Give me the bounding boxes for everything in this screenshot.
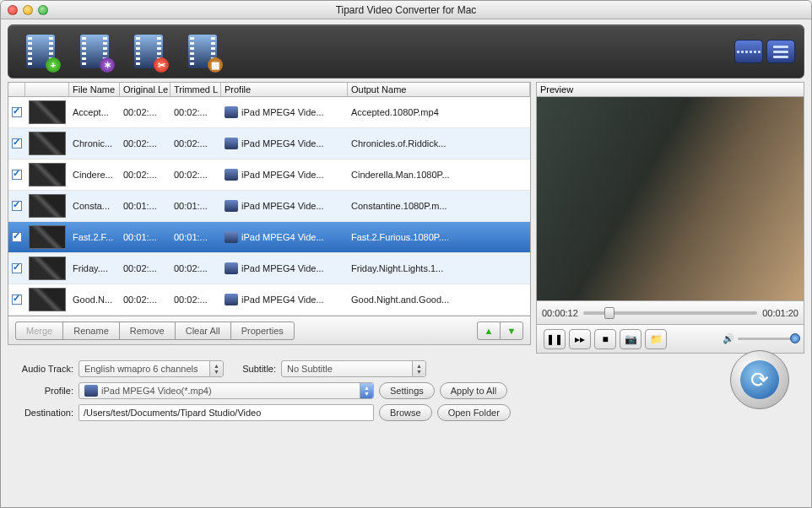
table-row[interactable]: Chronic...00:02:...00:02:...iPad MPEG4 V… bbox=[8, 128, 530, 159]
settings-button[interactable]: Settings bbox=[379, 382, 435, 399]
time-bar: 00:00:12 00:01:20 bbox=[536, 301, 804, 325]
cell-filename: Friday.... bbox=[69, 263, 120, 273]
stop-button[interactable]: ■ bbox=[594, 329, 616, 349]
audio-track-select[interactable]: English wmapro 6 channels▲▼ bbox=[78, 360, 224, 377]
preview-header: Preview bbox=[536, 82, 804, 97]
preview-viewport bbox=[536, 97, 804, 301]
add-file-button[interactable]: + bbox=[17, 32, 64, 71]
thumbnail bbox=[29, 288, 66, 311]
col-filename[interactable]: File Name bbox=[69, 83, 120, 96]
list-controls: Merge Rename Remove Clear All Properties… bbox=[8, 316, 531, 345]
row-checkbox[interactable] bbox=[12, 107, 22, 117]
thumbnail bbox=[29, 163, 66, 186]
current-time: 00:00:12 bbox=[542, 308, 578, 318]
cell-profile: iPad MPEG4 Vide... bbox=[221, 169, 348, 181]
col-output-name[interactable]: Output Name bbox=[348, 83, 530, 96]
thumbnail bbox=[29, 100, 66, 124]
cell-profile: iPad MPEG4 Vide... bbox=[221, 138, 348, 149]
cell-trimmed-length: 00:01:... bbox=[171, 201, 221, 211]
cell-output-name: Constantine.1080P.m... bbox=[348, 201, 530, 211]
table-row[interactable]: Good.N...00:02:...00:02:...iPad MPEG4 Vi… bbox=[8, 284, 530, 316]
subtitle-label: Subtitle: bbox=[229, 364, 276, 374]
view-thumb-button[interactable] bbox=[734, 40, 763, 63]
row-checkbox[interactable] bbox=[12, 263, 22, 273]
thumbnail bbox=[29, 132, 66, 155]
cell-original-length: 00:02:... bbox=[120, 295, 171, 305]
row-checkbox[interactable] bbox=[12, 295, 22, 305]
audio-track-label: Audio Track: bbox=[8, 364, 73, 374]
profile-select[interactable]: iPad MPEG4 Video(*.mp4)▲▼ bbox=[78, 382, 374, 399]
col-original-length[interactable]: Original Le bbox=[120, 83, 171, 96]
file-list[interactable]: Accept...00:02:...00:02:...iPad MPEG4 Vi… bbox=[8, 97, 531, 316]
cell-trimmed-length: 00:02:... bbox=[171, 138, 221, 149]
clear-all-button[interactable]: Clear All bbox=[175, 322, 231, 340]
profile-label: Profile: bbox=[8, 386, 73, 396]
browse-button[interactable]: Browse bbox=[379, 404, 432, 421]
cell-output-name: Good.Night.and.Good... bbox=[348, 295, 530, 305]
subtitle-select[interactable]: No Subtitle▲▼ bbox=[281, 360, 426, 377]
col-trimmed-length[interactable]: Trimmed L bbox=[171, 83, 221, 96]
move-down-button[interactable]: ▼ bbox=[500, 322, 523, 340]
cell-original-length: 00:02:... bbox=[120, 138, 171, 149]
open-snapshot-folder-button[interactable]: 📁 bbox=[645, 329, 667, 349]
app-window: Tipard Video Converter for Mac + ✶ ✂ ▦ F… bbox=[0, 0, 812, 508]
cell-trimmed-length: 00:02:... bbox=[171, 263, 221, 273]
cell-output-name: Fast.2.Furious.1080P.... bbox=[348, 232, 530, 242]
seek-slider[interactable] bbox=[583, 311, 757, 315]
apply-to-all-button[interactable]: Apply to All bbox=[440, 382, 507, 399]
merge-button[interactable]: Merge bbox=[15, 322, 63, 340]
table-row[interactable]: Fast.2.F...00:01:...00:01:...iPad MPEG4 … bbox=[8, 222, 530, 253]
row-checkbox[interactable] bbox=[12, 138, 22, 149]
cell-output-name: Friday.Night.Lights.1... bbox=[348, 263, 530, 273]
table-row[interactable]: Friday....00:02:...00:02:...iPad MPEG4 V… bbox=[8, 253, 530, 284]
cell-trimmed-length: 00:01:... bbox=[171, 232, 221, 242]
row-checkbox[interactable] bbox=[12, 232, 22, 242]
volume-slider[interactable] bbox=[738, 338, 797, 340]
cell-original-length: 00:02:... bbox=[120, 263, 171, 273]
remove-button[interactable]: Remove bbox=[119, 322, 176, 340]
row-checkbox[interactable] bbox=[12, 201, 22, 211]
col-profile[interactable]: Profile bbox=[221, 83, 348, 96]
trim-button[interactable]: ✂ bbox=[125, 32, 172, 71]
cell-output-name: Chronicles.of.Riddick... bbox=[348, 138, 530, 149]
titlebar: Tipard Video Converter for Mac bbox=[1, 1, 811, 19]
open-folder-button[interactable]: Open Folder bbox=[437, 404, 511, 421]
cell-profile: iPad MPEG4 Vide... bbox=[221, 294, 348, 305]
cell-filename: Cindere... bbox=[69, 170, 120, 180]
properties-button[interactable]: Properties bbox=[230, 322, 295, 340]
move-up-button[interactable]: ▲ bbox=[477, 322, 501, 340]
next-frame-button[interactable]: ▸▸ bbox=[569, 329, 591, 349]
cell-trimmed-length: 00:02:... bbox=[171, 107, 221, 117]
convert-button[interactable]: ⟳ bbox=[730, 350, 789, 409]
destination-label: Destination: bbox=[8, 408, 73, 418]
cell-original-length: 00:02:... bbox=[120, 107, 171, 117]
playback-controls: ❚❚ ▸▸ ■ 📷 📁 🔊 bbox=[536, 325, 804, 354]
window-title: Tipard Video Converter for Mac bbox=[1, 4, 811, 16]
cell-profile: iPad MPEG4 Vide... bbox=[221, 262, 348, 274]
cell-filename: Accept... bbox=[69, 107, 120, 117]
cell-output-name: Accepted.1080P.mp4 bbox=[348, 107, 530, 117]
table-row[interactable]: Cindere...00:02:...00:02:...iPad MPEG4 V… bbox=[8, 159, 530, 191]
cell-filename: Good.N... bbox=[69, 295, 120, 305]
view-list-button[interactable] bbox=[766, 40, 795, 63]
destination-input[interactable]: /Users/test/Documents/Tipard Studio/Vide… bbox=[78, 404, 374, 421]
cell-profile: iPad MPEG4 Vide... bbox=[221, 200, 348, 212]
table-row[interactable]: Consta...00:01:...00:01:...iPad MPEG4 Vi… bbox=[8, 191, 530, 222]
cell-filename: Fast.2.F... bbox=[69, 232, 120, 242]
table-row[interactable]: Accept...00:02:...00:02:...iPad MPEG4 Vi… bbox=[8, 97, 530, 128]
cell-trimmed-length: 00:02:... bbox=[171, 295, 221, 305]
rename-button[interactable]: Rename bbox=[62, 322, 120, 340]
pause-button[interactable]: ❚❚ bbox=[544, 329, 566, 349]
total-time: 00:01:20 bbox=[762, 308, 798, 318]
row-checkbox[interactable] bbox=[12, 170, 22, 180]
thumbnail bbox=[29, 257, 66, 280]
snapshot-button[interactable]: 📷 bbox=[620, 329, 641, 349]
cell-original-length: 00:01:... bbox=[120, 232, 171, 242]
cell-profile: iPad MPEG4 Vide... bbox=[221, 231, 348, 243]
toolbar: + ✶ ✂ ▦ bbox=[8, 24, 804, 78]
thumbnail bbox=[29, 225, 66, 249]
effect-button[interactable]: ✶ bbox=[71, 32, 118, 71]
crop-button[interactable]: ▦ bbox=[179, 32, 226, 71]
cell-filename: Chronic... bbox=[69, 138, 120, 149]
cell-trimmed-length: 00:02:... bbox=[171, 170, 221, 180]
